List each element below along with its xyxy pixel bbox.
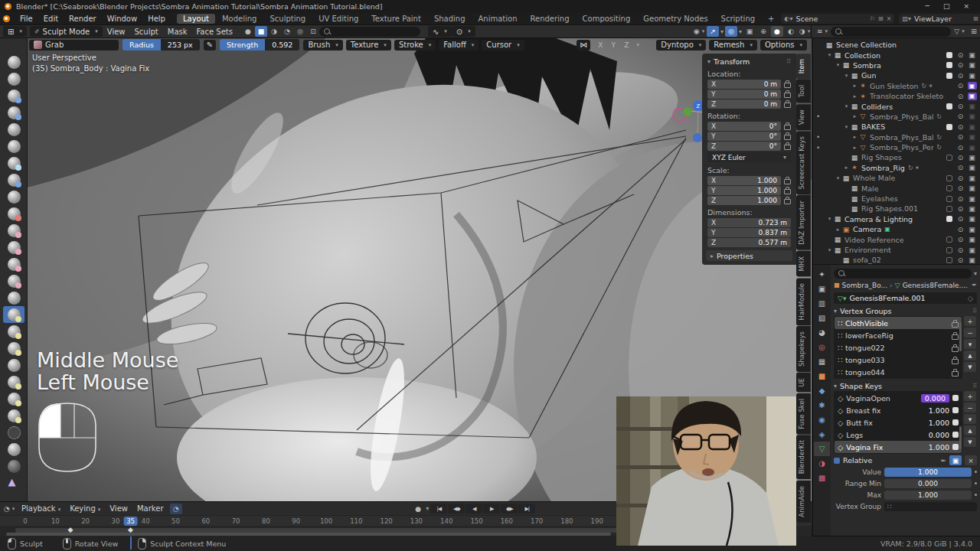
lock-icon[interactable]: [784, 103, 791, 108]
outliner-filter-input[interactable]: [831, 27, 951, 37]
n-panel-tab-daz-importer[interactable]: DAZ Importer: [796, 195, 811, 250]
exclude-checkbox[interactable]: [946, 196, 952, 202]
pin-scene-icon[interactable]: ⚐: [870, 15, 875, 22]
render-visibility-icon[interactable]: ▣: [969, 133, 975, 141]
xform-rot-y-field[interactable]: Y0°: [707, 132, 781, 141]
brush-boundary[interactable]: [3, 407, 24, 424]
expand-icon[interactable]: ▸: [851, 83, 858, 89]
render-visibility-icon[interactable]: ▣: [969, 112, 975, 120]
shape-key-edit-mode-icon[interactable]: ▣: [949, 455, 962, 465]
solid-shading-icon[interactable]: ●: [771, 26, 783, 37]
expand-icon[interactable]: ▸: [843, 165, 850, 171]
properties-tab-material[interactable]: ◑: [814, 456, 830, 471]
expand-icon[interactable]: ▾: [843, 124, 850, 130]
pin-icon[interactable]: ✒: [972, 282, 977, 289]
workspace-tab-animation[interactable]: Animation: [472, 14, 524, 24]
properties-tab-texture[interactable]: ▩: [814, 471, 830, 485]
hide-eye-icon[interactable]: ⊙: [958, 174, 964, 182]
timeline-editor-type-icon[interactable]: ◔: [3, 504, 15, 514]
outliner-row[interactable]: ▾▦Whole Male⊙▣: [815, 173, 980, 183]
move-down-button[interactable]: ▼: [964, 362, 976, 372]
exclude-checkbox[interactable]: [946, 52, 952, 58]
render-visibility-icon[interactable]: ▣: [969, 164, 975, 171]
hide-eye-icon[interactable]: ⊙: [958, 246, 964, 254]
shape-key-value[interactable]: 1.000: [929, 406, 949, 415]
outliner-row[interactable]: ▾▦Environment⊙▣: [815, 245, 980, 255]
vertex-group-row[interactable]: ∷tongue044: [835, 366, 962, 378]
next-keyframe-button[interactable]: ◆▶: [501, 504, 518, 514]
rotation-mode-select[interactable]: XYZ Euler ▾: [707, 152, 791, 162]
dyntopo-dropdown[interactable]: Dyntopo: [656, 40, 706, 51]
falloff-dropdown[interactable]: Falloff: [439, 40, 479, 51]
xform-rot-z-field[interactable]: Z0°: [707, 142, 781, 151]
hide-eye-icon[interactable]: ⊙: [958, 184, 964, 192]
move-up-button[interactable]: ▲: [964, 350, 976, 360]
viewport-menu-face-sets[interactable]: Face Sets: [192, 28, 237, 36]
new-collection-icon[interactable]: ⊞: [968, 26, 980, 37]
exclude-checkbox[interactable]: [946, 103, 952, 109]
transform-panel-header[interactable]: ▾ Transform ⠿: [702, 56, 796, 67]
brush-clay[interactable]: [3, 87, 24, 104]
outliner-row[interactable]: ▦Rig Shapes⊙▣: [815, 152, 980, 162]
lock-icon[interactable]: [952, 371, 959, 377]
expand-icon[interactable]: ▸: [851, 113, 858, 119]
close-button[interactable]: ×: [963, 2, 969, 10]
shape-key-mute-checkbox[interactable]: [952, 419, 959, 425]
brush-nudge[interactable]: [3, 357, 24, 373]
outliner-row[interactable]: ▦Rig Shapes.001⊙▣: [815, 204, 980, 214]
brush-inflate[interactable]: [3, 155, 24, 171]
lock-icon[interactable]: [952, 334, 959, 340]
viewport-menu-sculpt[interactable]: Sculpt: [130, 28, 163, 36]
pivot-point-icon[interactable]: ◉: [693, 26, 705, 37]
workspace-tab-geometry-nodes[interactable]: Geometry Nodes: [637, 14, 714, 24]
active-tool-icon[interactable]: ■: [255, 26, 267, 37]
n-panel-tab-shapekeys[interactable]: Shapekeys: [796, 326, 811, 372]
options-dropdown[interactable]: Options: [760, 40, 807, 51]
timeline-menu-keying[interactable]: Keying: [65, 504, 105, 513]
n-panel-tab-screencast-keys[interactable]: Screencast Keys: [796, 131, 811, 194]
expand-icon[interactable]: ▾: [826, 216, 833, 222]
remove-vertex-group-button[interactable]: −: [964, 328, 976, 337]
move-up-button[interactable]: ▲: [964, 425, 976, 435]
outliner-row[interactable]: ▸▣Camera▣⊙▣: [815, 224, 980, 234]
timeline-menu-playback[interactable]: Playback: [17, 504, 65, 513]
exclude-checkbox[interactable]: [946, 216, 952, 222]
properties-tab-scene[interactable]: ◕: [814, 325, 830, 340]
add-shape-key-button[interactable]: +: [964, 391, 976, 401]
outliner-row[interactable]: ▾▦Collection⊙▣: [815, 50, 980, 60]
shape-key-value[interactable]: 1.000: [929, 443, 949, 452]
gizmo-icon[interactable]: ↗: [707, 26, 719, 37]
exclude-checkbox[interactable]: [946, 206, 952, 212]
brush-flatten[interactable]: [3, 222, 24, 239]
shape-key-value-slider[interactable]: 1.000: [884, 468, 972, 477]
panel-grip-icon[interactable]: ⠿: [786, 58, 791, 65]
render-visibility-icon[interactable]: ▣: [969, 61, 975, 69]
maximize-button[interactable]: □: [943, 2, 950, 10]
lock-icon[interactable]: [784, 93, 791, 98]
mesh-name-field[interactable]: ▽▾ Genesis8Female.001 ◇: [834, 292, 977, 304]
masking-icon[interactable]: ◑: [268, 26, 280, 37]
texture-dropdown[interactable]: Texture: [346, 40, 391, 51]
auto-keying-icon[interactable]: ◔: [170, 504, 182, 514]
hide-eye-icon[interactable]: ⊙: [958, 144, 964, 152]
shape-key-row[interactable]: ◇Legs0.000: [835, 429, 962, 441]
render-visibility-icon[interactable]: ▣: [969, 103, 975, 110]
stamp-icon[interactable]: ⊡: [307, 26, 319, 37]
hide-eye-icon[interactable]: ⊙: [958, 256, 964, 264]
expand-icon[interactable]: ▸: [851, 134, 858, 140]
menu-help[interactable]: Help: [142, 15, 171, 23]
brush-crease[interactable]: [3, 188, 24, 205]
radius-slider[interactable]: Radius 253 px: [122, 39, 200, 51]
add-vertex-group-button[interactable]: +: [964, 316, 976, 326]
symmetry-y-toggle[interactable]: Y: [607, 40, 619, 51]
xform-rot-x-field[interactable]: X0°: [707, 122, 781, 131]
hide-eye-icon[interactable]: ⊙: [958, 82, 964, 90]
properties-tab-particles[interactable]: ✱: [814, 398, 830, 412]
brush-slide-relax[interactable]: [3, 390, 24, 407]
render-visibility-icon[interactable]: ▣: [969, 236, 975, 243]
record-dd-icon[interactable]: ▾: [426, 505, 429, 512]
properties-tab-collection[interactable]: ▦: [814, 354, 830, 369]
vertex-group-row[interactable]: ∷ClothVisible: [835, 317, 962, 329]
exclude-checkbox[interactable]: [946, 175, 952, 181]
render-visibility-icon[interactable]: ▣: [969, 205, 975, 213]
